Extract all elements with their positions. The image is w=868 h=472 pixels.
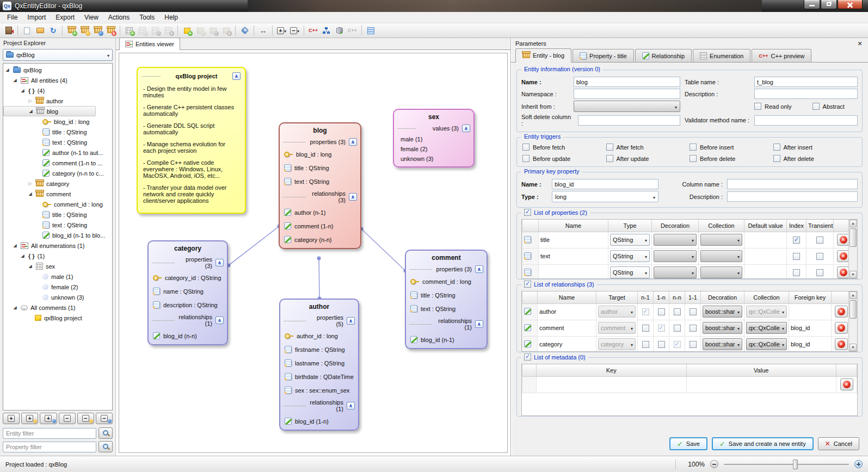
n-1-checkbox[interactable] — [642, 341, 649, 348]
collapse-button[interactable] — [349, 138, 357, 146]
type-dropdown[interactable]: QString — [610, 234, 650, 246]
col-header-target[interactable]: Target — [596, 291, 638, 303]
delete-relationship-button[interactable] — [835, 306, 848, 318]
fit-width-button[interactable] — [257, 24, 269, 36]
zoom-out-button[interactable] — [710, 460, 718, 468]
collapse-button[interactable] — [216, 316, 224, 324]
target-dropdown[interactable]: comment — [598, 322, 636, 334]
1-n-checkbox[interactable] — [658, 325, 665, 332]
col-header-name[interactable]: Name — [539, 220, 608, 232]
col-header-key[interactable]: Key — [537, 364, 687, 376]
close-button[interactable] — [838, 0, 863, 9]
expand-all-button[interactable]: + — [275, 24, 288, 36]
inherit-from-dropdown[interactable] — [574, 101, 680, 112]
menu-file[interactable]: File — [2, 13, 22, 22]
delete-property-button[interactable]: x — [162, 24, 175, 36]
type-dropdown[interactable]: QString — [610, 266, 650, 278]
new-project-button[interactable] — [21, 24, 33, 36]
col-header-value[interactable]: Value — [686, 364, 836, 376]
1-1-checkbox[interactable] — [690, 341, 697, 348]
tab-enumeration[interactable]: Enumeration — [693, 49, 750, 62]
restore-button[interactable] — [821, 0, 837, 9]
menu-actions[interactable]: Actions — [103, 13, 134, 22]
save-and-create-button[interactable]: Save and create a new entity — [712, 437, 814, 450]
decoration-dropdown[interactable]: boost::shar — [703, 306, 742, 318]
n-1-checkbox[interactable] — [642, 308, 649, 315]
col-header-index[interactable]: Index — [787, 220, 807, 232]
menu-tools[interactable]: Tools — [134, 13, 159, 22]
decoration-dropdown[interactable] — [654, 250, 697, 262]
collapse-properties-button[interactable]: − — [96, 413, 113, 424]
tab-cpp-preview[interactable]: C++ preview — [752, 49, 811, 62]
default-value-cell[interactable] — [744, 248, 787, 264]
1-1-checkbox[interactable] — [690, 325, 697, 332]
relationship-name-cell[interactable]: comment — [538, 320, 596, 336]
tab-entities-viewer[interactable]: Entities viewer — [119, 38, 180, 50]
show-grid-button[interactable] — [365, 24, 377, 36]
type-dropdown[interactable]: QString — [610, 250, 650, 262]
tree-item-enum-namespace[interactable]: { }(1) — [3, 251, 112, 261]
open-project-button[interactable] — [34, 24, 46, 36]
collapse-button[interactable] — [475, 265, 483, 273]
tree-item-blog[interactable]: blog — [3, 106, 96, 116]
add-entity-button[interactable]: + — [65, 24, 78, 36]
tree-item-category[interactable]: category — [3, 178, 112, 189]
menu-export[interactable]: Export — [51, 13, 79, 22]
tab-entity-blog[interactable]: Entity - blog — [515, 48, 571, 63]
transient-checkbox[interactable] — [816, 253, 823, 260]
tree-item-comment-title[interactable]: title : QString — [3, 209, 112, 220]
after-delete-checkbox[interactable] — [773, 155, 780, 162]
expand-all-button[interactable]: + — [3, 413, 20, 424]
zoom-in-button[interactable] — [854, 460, 863, 468]
collapse-button[interactable] — [347, 402, 355, 409]
decoration-dropdown[interactable] — [654, 266, 697, 278]
tree-item-comment-blog-id[interactable]: blog_id (n-1 to blo... — [3, 230, 112, 240]
col-header-nn[interactable]: n-n — [669, 291, 685, 303]
tree-item-all-entities[interactable]: All entities (4) — [3, 75, 112, 85]
edit-entity-button[interactable] — [78, 24, 91, 36]
delete-relationship-button[interactable]: x — [220, 24, 232, 36]
pk-name-field[interactable]: blog_id — [552, 179, 658, 189]
collection-dropdown[interactable]: qx::QxColle — [746, 306, 787, 318]
metadata-value-cell[interactable] — [686, 376, 836, 393]
decoration-dropdown[interactable]: boost::shar — [703, 322, 742, 334]
tree-item-rel-comment[interactable]: comment (1-n to ... — [3, 158, 112, 168]
metadata-key-cell[interactable] — [537, 376, 687, 393]
tree-item-sex[interactable]: sex — [3, 261, 112, 271]
refresh-button[interactable] — [47, 24, 59, 36]
relationship-name-cell[interactable]: author — [538, 303, 596, 320]
relationships-group-checkbox[interactable] — [524, 281, 531, 288]
index-checkbox[interactable] — [793, 237, 800, 244]
collection-dropdown[interactable]: qx::QxColle — [746, 322, 787, 334]
menu-help[interactable]: Help — [159, 13, 183, 22]
transient-checkbox[interactable] — [816, 269, 823, 276]
collection-dropdown[interactable]: qx::QxColle — [746, 338, 787, 350]
target-dropdown[interactable]: category — [598, 338, 636, 350]
tree-item-all-enumerations[interactable]: All enumerations (1) — [3, 240, 112, 251]
col-header-11[interactable]: 1-1 — [685, 291, 701, 303]
name-field[interactable]: blog — [574, 77, 680, 87]
cancel-button[interactable]: Cancel — [818, 437, 859, 450]
delete-entity-button[interactable]: x — [104, 24, 117, 36]
exit-button[interactable] — [2, 24, 15, 36]
copy-relationship-button[interactable] — [207, 24, 219, 36]
tree-item-qxblog-project-note[interactable]: qxBlog project — [3, 313, 112, 323]
collapse-button[interactable] — [475, 320, 483, 328]
1-n-checkbox[interactable] — [658, 341, 665, 348]
entity-filter-search-button[interactable] — [99, 427, 113, 439]
collection-dropdown[interactable] — [700, 234, 742, 246]
collapse-button[interactable] — [216, 259, 224, 266]
transient-checkbox[interactable] — [816, 237, 823, 244]
tree-item-comment-id[interactable]: comment_id : long — [3, 199, 112, 209]
col-header-n1[interactable]: n-1 — [638, 291, 654, 303]
col-header-decoration[interactable]: Decoration — [701, 291, 744, 303]
properties-scrollbar[interactable]: ▲▼ — [848, 220, 857, 278]
delete-property-button[interactable] — [837, 250, 850, 262]
before-delete-checkbox[interactable] — [690, 155, 697, 162]
tree-item-title[interactable]: title : QString — [3, 127, 112, 137]
tree-item-text[interactable]: text : QString — [3, 137, 112, 147]
tree-item-all-comments[interactable]: All comments (1) — [3, 302, 112, 313]
1-1-checkbox[interactable] — [690, 308, 697, 315]
target-dropdown[interactable]: author — [598, 306, 636, 318]
project-tree[interactable]: qxBlog All entities (4) { }(4) author bl… — [3, 63, 113, 411]
